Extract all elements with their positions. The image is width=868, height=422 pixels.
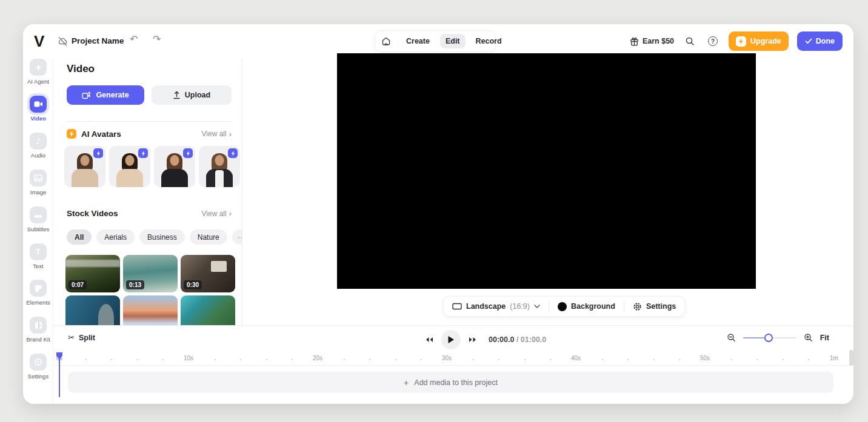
chevron-right-icon: ›	[229, 209, 232, 218]
bolt-icon	[736, 36, 746, 47]
sidebar-item-image[interactable]: Image	[23, 170, 53, 196]
ruler-tick	[85, 359, 87, 360]
avatar-card[interactable]	[109, 146, 150, 187]
sidebar-item-settings[interactable]: Settings	[23, 354, 53, 380]
sidebar: AI Agent Video ♪ Audio Image Subtitles T…	[23, 58, 53, 404]
upload-button[interactable]: Upload	[152, 85, 232, 105]
zoom-out-icon[interactable]	[727, 333, 736, 342]
timeline-scrollbar[interactable]	[849, 350, 853, 366]
ruler-tick	[162, 359, 164, 360]
project-name[interactable]: Project Name	[72, 36, 124, 45]
avatars-bolt-icon	[67, 129, 76, 139]
stock-video-thumbnail[interactable]	[65, 295, 120, 325]
sidebar-item-text[interactable]: T Text	[23, 243, 53, 269]
avatar-card[interactable]	[64, 146, 105, 187]
gear-icon	[633, 302, 642, 311]
filter-aerials[interactable]: Aerials	[96, 229, 135, 245]
fit-button[interactable]: Fit	[820, 334, 829, 342]
tab-record[interactable]: Record	[470, 34, 507, 48]
generate-label: Generate	[96, 91, 129, 99]
ruler-tick	[653, 359, 655, 360]
redo-button[interactable]: ↷	[153, 33, 161, 45]
filter-nature[interactable]: Nature	[190, 229, 227, 245]
avatar-row	[64, 146, 240, 187]
timeline-ruler[interactable]: 0s10s20s30s40s50s1m	[53, 350, 853, 366]
stock-video-thumbnail[interactable]: 0:30	[181, 255, 235, 292]
generate-button[interactable]: Generate	[67, 85, 144, 105]
ruler-tick	[731, 359, 732, 360]
avatar-card[interactable]	[154, 146, 195, 187]
tab-create[interactable]: Create	[401, 34, 435, 48]
stock-video-thumbnail[interactable]	[181, 295, 235, 325]
ruler-label: 10s	[184, 355, 193, 361]
canvas-settings-button[interactable]: Settings	[624, 297, 684, 316]
current-time: 00:00.0	[489, 335, 514, 344]
split-button[interactable]: ✂ Split	[68, 333, 95, 342]
done-label: Done	[816, 37, 835, 45]
ruler-label: 40s	[571, 355, 581, 361]
avatar-card[interactable]	[199, 146, 240, 187]
filter-business[interactable]: Business	[139, 229, 185, 245]
sidebar-item-video[interactable]: Video	[23, 96, 53, 122]
aspect-ratio-button[interactable]: Landscape (16:9)	[444, 297, 549, 316]
tab-edit[interactable]: Edit	[440, 34, 466, 48]
stock-video-thumbnail[interactable]: 0:07	[65, 255, 120, 292]
zoom-slider-thumb[interactable]	[764, 334, 773, 342]
ruler-tick	[498, 359, 499, 360]
avatars-view-all[interactable]: View all›	[202, 130, 232, 139]
gift-icon	[630, 37, 639, 46]
stock-video-thumbnail[interactable]	[123, 295, 178, 325]
scissors-icon: ✂	[68, 333, 75, 342]
background-button[interactable]: Background	[549, 297, 624, 316]
sidebar-item-subtitles[interactable]: Subtitles	[23, 206, 53, 232]
video-canvas[interactable]	[337, 53, 756, 289]
done-button[interactable]: Done	[797, 31, 843, 51]
sidebar-item-brand-kit[interactable]: Brand Kit	[23, 317, 53, 343]
stock-video-thumbnail[interactable]: 0:13	[123, 255, 178, 292]
music-note-icon: ♪	[30, 133, 47, 150]
ruler-tick	[111, 359, 112, 360]
earn-button[interactable]: Earn $50	[630, 37, 674, 46]
check-icon	[805, 38, 812, 44]
fast-forward-icon[interactable]	[467, 334, 479, 346]
stock-view-all[interactable]: View all›	[202, 209, 232, 218]
ruler-tick	[627, 359, 629, 360]
background-color-swatch	[558, 302, 567, 311]
stock-videos-header: Stock Videos View all›	[67, 209, 232, 218]
rewind-icon[interactable]	[423, 334, 435, 346]
ruler-tick	[369, 359, 370, 360]
time-display: 00:00.0 / 01:00.0	[489, 335, 546, 344]
brand-kit-icon	[30, 317, 47, 334]
duration-badge: 0:13	[126, 280, 144, 289]
zoom-slider[interactable]	[743, 334, 796, 342]
ruler-label: 20s	[313, 355, 322, 361]
ruler-label: 30s	[442, 355, 452, 361]
app-window: V Project Name ↶ ↷ Create Edit Record Ea…	[23, 24, 853, 404]
upgrade-button[interactable]: Upgrade	[729, 31, 789, 51]
subtitles-icon	[30, 206, 47, 223]
undo-button[interactable]: ↶	[130, 33, 138, 45]
add-media-button[interactable]: + Add media to this project	[68, 372, 833, 393]
veed-logo[interactable]: V	[34, 32, 44, 51]
help-icon[interactable]: ?	[706, 34, 720, 48]
sidebar-item-elements[interactable]: Elements	[23, 280, 53, 306]
ai-agent-icon	[30, 59, 47, 76]
filter-more[interactable]: ···	[232, 229, 242, 245]
ruler-tick	[344, 359, 345, 360]
timeline: ✂ Split 00:00.0 / 01:00.0 Fit	[53, 325, 853, 404]
ruler-tick	[215, 359, 216, 360]
upgrade-label: Upgrade	[750, 37, 781, 45]
ruler-tick	[395, 359, 396, 360]
duration-badge: 0:07	[68, 280, 87, 289]
play-button[interactable]	[441, 330, 461, 349]
home-icon[interactable]	[381, 34, 391, 48]
search-icon[interactable]	[683, 34, 697, 48]
ruler-tick	[524, 359, 526, 360]
video-camera-icon	[30, 96, 47, 113]
zoom-in-icon[interactable]	[804, 333, 813, 342]
ruler-tick	[473, 359, 474, 360]
sidebar-item-ai-agent[interactable]: AI Agent	[23, 59, 53, 85]
sidebar-item-audio[interactable]: ♪ Audio	[23, 133, 53, 159]
filter-all[interactable]: All	[67, 229, 92, 245]
playback-controls: 00:00.0 / 01:00.0	[423, 330, 546, 349]
